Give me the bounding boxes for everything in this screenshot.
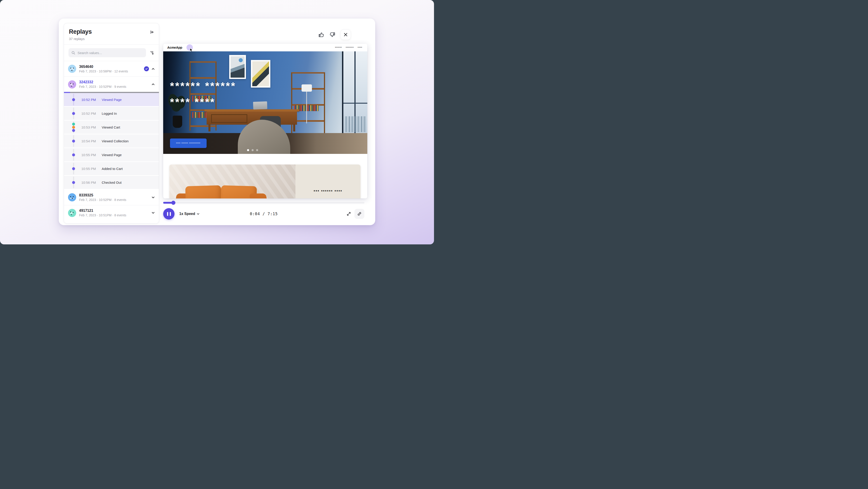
event-row[interactable]: 10:55 PM Added to Cart [64,162,159,175]
session-meta: Feb 7, 2023 · 10:52PM · 8 events [79,198,126,202]
event-label: Viewed Page [102,153,122,157]
session-row-actions [151,196,155,199]
session-avatar [68,80,76,88]
chevron-down-icon [151,211,155,214]
event-label: Viewed Collection [102,139,129,143]
expand-button[interactable] [346,211,351,216]
recorded-hero-image: ****** ****** **** **** **** ****** ****… [163,51,367,154]
recorded-hero-headline-masked: ****** ****** **** **** [170,78,236,110]
session-row-3242332[interactable]: 3242332 Feb 7, 2023 · 10:52PM · 9 events [64,77,159,92]
session-avatar [68,193,76,201]
chevron-up-icon [151,67,155,70]
sort-button[interactable] [150,51,154,55]
search-icon [71,51,75,55]
close-button[interactable] [340,29,351,40]
session-row-4917121[interactable]: 4917121 Feb 7, 2023 · 10:51PM · 8 events [64,205,159,221]
collapse-panel-icon [149,30,154,35]
event-time: 10:53 PM [81,125,102,129]
close-icon [344,33,348,37]
sort-descending-icon [150,51,154,55]
sofa-cushion [185,185,222,198]
speed-label: 1x Speed [179,212,195,216]
session-row-actions [144,66,155,71]
event-row[interactable]: 10:52 PM Viewed Page [64,93,159,106]
event-time: 10:52 PM [81,112,102,115]
wall-art [229,55,246,79]
event-dot [72,98,75,101]
product-text-panel: *** ****** **** [296,165,361,198]
session-id: 4917121 [79,209,126,213]
wall-art [251,60,270,88]
session-meta: Feb 7, 2023 · 10:52PM · 9 events [79,85,126,88]
search-box [68,48,146,57]
floor-lamp [302,84,312,92]
laptop [253,102,267,110]
sofa [176,186,267,198]
chevron-down-icon [197,212,199,215]
session-meta: Feb 7, 2023 · 10:58PM · 12 events [79,69,128,73]
event-dot-teal [72,123,75,125]
collapse-panel-button[interactable] [149,30,154,35]
session-row-3654640[interactable]: 3654640 Feb 7, 2023 · 10:58PM · 12 event… [64,61,159,77]
carousel-dot-active [247,149,249,151]
event-dot [72,112,75,115]
window-bar [343,103,367,104]
share-link-button[interactable] [354,209,364,219]
replay-modal-window: Replays 37 replays [59,19,375,225]
player-right-actions [346,209,364,219]
event-dot-purple [72,129,75,132]
hero-headline-line1: ****** ****** [170,78,236,94]
search-input[interactable] [78,51,143,55]
thumbs-down-button[interactable] [329,32,336,38]
session-texts: 3242332 Feb 7, 2023 · 10:52PM · 9 events [79,80,126,88]
recorded-cta-button-masked: **** ****** ********** [170,139,207,148]
event-label: Viewed Page [102,98,122,102]
session-id: 3654640 [79,65,128,69]
event-row[interactable]: 10:54 PM Viewed Collection [64,135,159,147]
thumbs-up-button[interactable] [318,32,324,38]
event-time: 10:56 PM [81,180,102,184]
session-meta: Feb 7, 2023 · 10:51PM · 8 events [79,213,126,217]
event-row[interactable]: 10:53 PM Viewed Cart [64,121,159,134]
desk-leg [293,124,295,132]
event-dot-orange [72,126,75,129]
thumbs-up-icon [318,32,324,38]
link-icon [357,211,362,216]
desk-leg [209,124,211,132]
player-controls: 1x Speed 0:04 / 7:15 [163,208,364,220]
event-dot [72,153,75,156]
replay-viewer: AcmeApp ****** ******* **** [163,44,367,198]
event-time: 10:55 PM [81,153,102,157]
hero-headline-line2: **** **** [170,94,236,110]
expand-icon [346,211,351,216]
watched-badge [144,66,149,71]
sofa-photo [169,165,296,198]
desk-drawer [211,114,247,123]
event-dot [72,140,75,143]
page-background: Replays 37 replays [0,0,434,244]
playback-progress-bar[interactable] [163,202,364,203]
carousel-dot [252,149,254,151]
event-label: Viewed Cart [102,125,120,129]
event-row[interactable]: 10:55 PM Viewed Page [64,148,159,161]
playback-progress-handle[interactable] [171,201,176,205]
session-avatar [68,209,76,217]
session-avatar [68,65,76,73]
recorded-product-text-masked: *** ****** **** [314,190,342,194]
carousel-dots [163,149,342,151]
pause-button[interactable] [163,208,175,220]
session-row-actions [151,83,155,86]
session-row-actions [151,211,155,214]
recorded-site-header: AcmeApp ****** ******* **** [163,44,367,51]
feedback-actions [318,29,351,40]
search-row [64,45,159,61]
event-time: 10:54 PM [81,139,102,143]
event-row[interactable]: 10:52 PM Logged In [64,107,159,120]
event-dot [72,181,75,184]
sidebar-header: Replays 37 replays [64,23,159,45]
speed-selector[interactable]: 1x Speed [179,212,199,216]
event-time: 10:52 PM [81,98,102,102]
event-row[interactable]: 10:56 PM Checked Out [64,176,159,189]
session-row-8339325[interactable]: 8339325 Feb 7, 2023 · 10:52PM · 8 events [64,190,159,205]
recorded-nav-item-masked: ****** [335,47,342,49]
